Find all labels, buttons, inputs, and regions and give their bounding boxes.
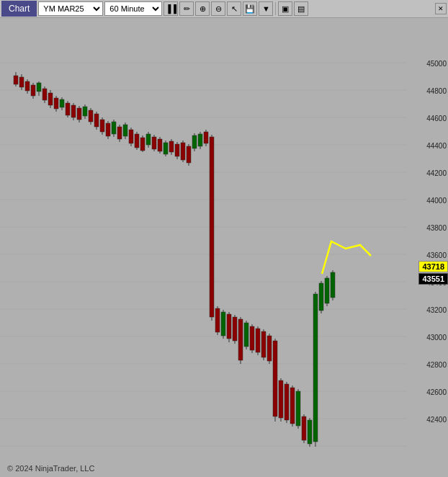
svg-rect-51	[112, 122, 116, 134]
zoom-out-button[interactable]: ⊖	[211, 1, 225, 16]
svg-rect-113	[290, 388, 295, 424]
svg-rect-105	[267, 336, 272, 361]
svg-rect-115	[296, 391, 300, 426]
close-button[interactable]: ✕	[435, 3, 447, 14]
svg-rect-63	[146, 134, 151, 145]
price-label-43200: 43200	[426, 306, 447, 314]
save-icon: 💾	[245, 4, 255, 14]
svg-rect-121	[313, 294, 318, 442]
price-label-42600: 42600	[426, 388, 447, 396]
dropdown-icon: ▼	[262, 4, 270, 13]
svg-rect-89	[221, 312, 225, 336]
price-label-42400: 42400	[426, 416, 447, 424]
svg-rect-65	[152, 137, 156, 149]
svg-rect-39	[77, 108, 81, 120]
svg-rect-101	[256, 329, 260, 352]
svg-rect-103	[261, 331, 266, 357]
svg-rect-57	[129, 130, 133, 143]
price-label-42800: 42800	[426, 361, 447, 369]
svg-rect-91	[227, 314, 231, 339]
svg-rect-73	[175, 144, 179, 156]
svg-rect-35	[66, 103, 70, 115]
svg-rect-83	[204, 132, 208, 143]
close-icon: ✕	[438, 5, 444, 12]
price-label-43000: 43000	[426, 334, 447, 342]
svg-rect-47	[100, 120, 104, 132]
save-button[interactable]: 💾	[243, 1, 257, 16]
cursor-icon: ↖	[231, 4, 238, 14]
price-label-44600: 44600	[426, 115, 447, 122]
tile-h-button[interactable]: ▣	[278, 1, 292, 16]
bars-icon: ▐▐	[166, 4, 177, 13]
svg-rect-117	[302, 416, 306, 440]
bars-button[interactable]: ▐▐	[163, 1, 178, 16]
svg-rect-123	[319, 283, 323, 311]
svg-rect-93	[233, 317, 237, 341]
svg-rect-37	[71, 105, 76, 117]
svg-rect-33	[60, 99, 64, 107]
price-label-44200: 44200	[426, 169, 447, 177]
chart-tab[interactable]: Chart	[1, 1, 37, 17]
zoom-in-button[interactable]: ⊕	[195, 1, 210, 16]
svg-rect-25	[37, 83, 41, 92]
svg-rect-69	[163, 143, 168, 154]
toolbar: Chart YM MAR25 60 Minute ▐▐ ✏ ⊕ ⊖ ↖ 💾 ▼ …	[0, 0, 448, 18]
zoom-in-icon: ⊕	[200, 4, 206, 14]
svg-rect-99	[250, 326, 254, 350]
svg-rect-19	[19, 77, 24, 87]
tile-h-icon: ▣	[282, 4, 289, 14]
price-label-44800: 44800	[426, 87, 447, 95]
dropdown-button[interactable]: ▼	[259, 1, 273, 16]
tile-v-button[interactable]: ▤	[294, 1, 308, 16]
svg-rect-23	[31, 85, 35, 96]
tile-v-icon: ▤	[297, 4, 305, 14]
price-badge-black: 43551	[418, 273, 448, 285]
svg-rect-85	[210, 137, 214, 317]
zoom-out-icon: ⊖	[215, 4, 222, 14]
price-label-43800: 43800	[426, 224, 447, 232]
svg-rect-79	[192, 135, 197, 148]
pencil-icon: ✏	[184, 4, 190, 14]
svg-rect-45	[94, 114, 99, 127]
svg-rect-97	[244, 323, 248, 347]
price-label-45000: 45000	[426, 60, 447, 68]
price-label-43600: 43600	[426, 251, 447, 259]
cursor-button[interactable]: ↖	[227, 1, 241, 16]
price-label-44000: 44000	[426, 197, 447, 205]
svg-rect-95	[238, 319, 243, 360]
price-label-44400: 44400	[426, 142, 447, 150]
svg-rect-77	[187, 146, 191, 163]
svg-rect-107	[273, 341, 277, 416]
svg-rect-87	[215, 308, 220, 332]
svg-rect-111	[285, 384, 289, 420]
svg-rect-53	[117, 127, 122, 139]
chart-area: DI30PathEstimator(YM MAR25 (60 Minute)) …	[0, 18, 448, 477]
chart-svg	[0, 18, 406, 477]
svg-rect-43	[89, 110, 93, 122]
svg-rect-59	[135, 134, 139, 148]
footer-text: © 2024 NinjaTrader, LLC	[7, 464, 94, 473]
svg-rect-31	[54, 98, 58, 109]
svg-rect-125	[325, 278, 329, 303]
svg-rect-109	[279, 380, 283, 418]
svg-rect-49	[106, 123, 110, 136]
svg-rect-29	[48, 93, 53, 105]
svg-rect-67	[158, 139, 162, 151]
svg-rect-41	[83, 107, 87, 116]
svg-rect-17	[14, 76, 18, 84]
svg-rect-127	[331, 272, 335, 298]
svg-rect-61	[140, 138, 145, 151]
toolbar-separator	[275, 2, 276, 15]
svg-rect-55	[123, 125, 127, 136]
svg-rect-75	[181, 143, 185, 160]
pencil-button[interactable]: ✏	[179, 1, 194, 16]
symbol-select[interactable]: YM MAR25	[38, 1, 103, 16]
svg-rect-27	[42, 89, 47, 100]
svg-rect-21	[25, 81, 30, 91]
svg-rect-71	[169, 141, 174, 152]
price-badge-yellow: 43718	[418, 261, 448, 272]
interval-select[interactable]: 60 Minute	[104, 1, 162, 16]
svg-rect-119	[308, 420, 312, 444]
svg-rect-81	[198, 134, 202, 146]
